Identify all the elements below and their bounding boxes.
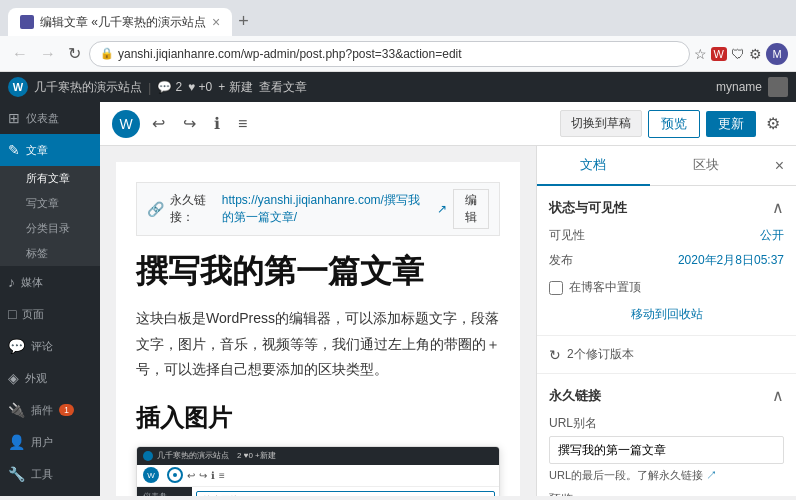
publish-button[interactable]: 更新 [706, 111, 756, 137]
wp-logo[interactable]: W [8, 77, 28, 97]
sidebar-item-tools[interactable]: 🔧 工具 [0, 458, 100, 490]
nested-redo-icon: ↪ [199, 470, 207, 481]
submenu-all-posts[interactable]: 所有文章 [0, 166, 100, 191]
preview-button[interactable]: 预览 [648, 110, 700, 138]
submenu-tags[interactable]: 标签 [0, 241, 100, 266]
browser-tab[interactable]: 编辑文章 «几千寒热的演示站点 × [8, 8, 232, 36]
editor-wrapper: W ↩ ↪ ℹ ≡ 切换到草稿 预览 更新 ⚙ 🔗 永久链接： https:// [100, 102, 796, 496]
nested-admin-bar: 几千寒热的演示站点 2 ♥0 +新建 [137, 447, 499, 465]
dashboard-icon: ⊞ [8, 110, 20, 126]
nested-search-input[interactable] [196, 491, 495, 496]
visibility-row: 可见性 公开 [549, 227, 784, 244]
appearance-icon: ◈ [8, 370, 19, 386]
nested-sidebar-dashboard: 仪表盘 [137, 487, 192, 496]
permalink-section-toggle[interactable]: ∧ [772, 386, 784, 405]
sidebar-item-plugins[interactable]: 🔌 插件 1 [0, 394, 100, 426]
sticky-checkbox[interactable] [549, 281, 563, 295]
sidebar-label-comments: 评论 [31, 339, 53, 354]
submenu-write-post[interactable]: 写文章 [0, 191, 100, 216]
revisions-section: ↻ 2个修订版本 [537, 336, 796, 374]
admin-bar-comments[interactable]: 💬 2 [157, 80, 182, 94]
sidebar-item-posts[interactable]: ✎ 文章 [0, 134, 100, 166]
sidebar-label-posts: 文章 [26, 143, 48, 158]
nav-refresh-button[interactable]: ↻ [64, 42, 85, 65]
publish-value[interactable]: 2020年2月8日05:37 [678, 252, 784, 269]
nested-sidebar: 仪表盘 文章 所有文章 写文章 分类目录 标签 [137, 487, 192, 496]
submenu-categories[interactable]: 分类目录 [0, 216, 100, 241]
revisions-icon: ↻ [549, 347, 561, 363]
nested-site-name: 几千寒热的演示站点 [157, 450, 229, 461]
nested-cursor-indicator [167, 467, 183, 483]
permalink-edit-button[interactable]: 编辑 [453, 189, 489, 229]
url-slug-input[interactable] [549, 436, 784, 464]
wp-layout: ⊞ 仪表盘 ✎ 文章 所有文章 写文章 分类目录 标签 ♪ 媒体 □ 页面 [0, 102, 796, 496]
tab-title: 编辑文章 «几千寒热的演示站点 [40, 14, 206, 31]
panel-close-button[interactable]: × [763, 149, 796, 183]
visibility-value[interactable]: 公开 [760, 227, 784, 244]
editor-content: 🔗 永久链接： https://yanshi.jiqianhanre.com/撰… [100, 146, 536, 496]
post-title[interactable]: 撰写我的第一篇文章 [136, 252, 500, 290]
browser-action-icons: ☆ W 🛡 ⚙ M [694, 43, 788, 65]
nested-info-icon: ℹ [211, 470, 215, 481]
admin-bar-user[interactable]: myname [716, 80, 762, 94]
url-text: yanshi.jiqianhanre.com/wp-admin/post.php… [118, 47, 462, 61]
redo-button[interactable]: ↪ [177, 110, 202, 137]
wp-sidebar: ⊞ 仪表盘 ✎ 文章 所有文章 写文章 分类目录 标签 ♪ 媒体 □ 页面 [0, 102, 100, 496]
visibility-label: 可见性 [549, 227, 585, 244]
visibility-section-header: 状态与可见性 ∧ [549, 198, 784, 217]
browser-nav-bar: ← → ↻ 🔒 yanshi.jiqianhanre.com/wp-admin/… [0, 36, 796, 72]
settings-toggle-button[interactable]: ⚙ [762, 110, 784, 137]
address-bar[interactable]: 🔒 yanshi.jiqianhanre.com/wp-admin/post.p… [89, 41, 690, 67]
sidebar-item-media[interactable]: ♪ 媒体 [0, 266, 100, 298]
tab-close-icon[interactable]: × [212, 14, 220, 30]
sidebar-item-dashboard[interactable]: ⊞ 仪表盘 [0, 102, 100, 134]
tab-block[interactable]: 区块 [650, 146, 763, 186]
bookmark-icon[interactable]: ☆ [694, 46, 707, 62]
sidebar-item-appearance[interactable]: ◈ 外观 [0, 362, 100, 394]
admin-bar-new[interactable]: + 新建 [218, 79, 252, 96]
trash-button[interactable]: 移动到回收站 [631, 306, 703, 323]
nav-back-button[interactable]: ← [8, 43, 32, 65]
extension-icon-2[interactable]: 🛡 [731, 46, 745, 62]
sidebar-label-users: 用户 [31, 435, 53, 450]
nested-undo-icon: ↩ [187, 470, 195, 481]
info-button[interactable]: ℹ [208, 110, 226, 137]
tools-icon: 🔧 [8, 466, 25, 482]
posts-icon: ✎ [8, 142, 20, 158]
undo-button[interactable]: ↩ [146, 110, 171, 137]
user-avatar[interactable]: M [766, 43, 788, 65]
post-heading[interactable]: 插入图片 [136, 402, 500, 434]
new-tab-button[interactable]: + [232, 9, 255, 34]
permalink-chain-icon: 🔗 [147, 201, 164, 217]
admin-bar-site-name[interactable]: 几千寒热的演示站点 [34, 79, 142, 96]
permalink-link[interactable]: https://yanshi.jiqianhanre.com/撰写我的第一篇文章… [222, 192, 431, 226]
menu-button[interactable]: ≡ [232, 111, 253, 137]
permalink-section-header: 永久链接 ∧ [549, 386, 784, 405]
browser-chrome: 编辑文章 «几千寒热的演示站点 × + [0, 0, 796, 36]
editor-wp-logo[interactable]: W [112, 110, 140, 138]
visibility-section-toggle[interactable]: ∧ [772, 198, 784, 217]
sidebar-label-dashboard: 仪表盘 [26, 111, 59, 126]
nav-forward-button[interactable]: → [36, 43, 60, 65]
revisions-row[interactable]: ↻ 2个修订版本 [549, 346, 784, 363]
tab-document[interactable]: 文档 [537, 146, 650, 186]
admin-bar-likes[interactable]: ♥ +0 [188, 80, 212, 94]
extension-icon-1[interactable]: W [711, 47, 727, 61]
media-icon: ♪ [8, 274, 15, 290]
sidebar-label-plugins: 插件 [31, 403, 53, 418]
comments-icon: 💬 [8, 338, 25, 354]
sidebar-item-settings[interactable]: ⚙ 设置 [0, 490, 100, 496]
nested-screenshot: 几千寒热的演示站点 2 ♥0 +新建 W ↩ ↪ ℹ ≡ [136, 446, 500, 496]
url-slug-label: URL别名 [549, 415, 784, 432]
plugins-icon: 🔌 [8, 402, 25, 418]
sticky-checkbox-row: 在博客中置顶 [549, 279, 784, 296]
sidebar-item-users[interactable]: 👤 用户 [0, 426, 100, 458]
extension-icon-3[interactable]: ⚙ [749, 46, 762, 62]
sidebar-menu: ⊞ 仪表盘 ✎ 文章 所有文章 写文章 分类目录 标签 ♪ 媒体 □ 页面 [0, 102, 100, 496]
sidebar-item-comments[interactable]: 💬 评论 [0, 330, 100, 362]
switch-to-draft-button[interactable]: 切换到草稿 [560, 110, 642, 137]
admin-bar-avatar[interactable] [768, 77, 788, 97]
admin-bar-view[interactable]: 查看文章 [259, 79, 307, 96]
sidebar-item-pages[interactable]: □ 页面 [0, 298, 100, 330]
post-content[interactable]: 这块白板是WordPress的编辑器，可以添加标题文字，段落文字，图片，音乐，视… [136, 306, 500, 382]
